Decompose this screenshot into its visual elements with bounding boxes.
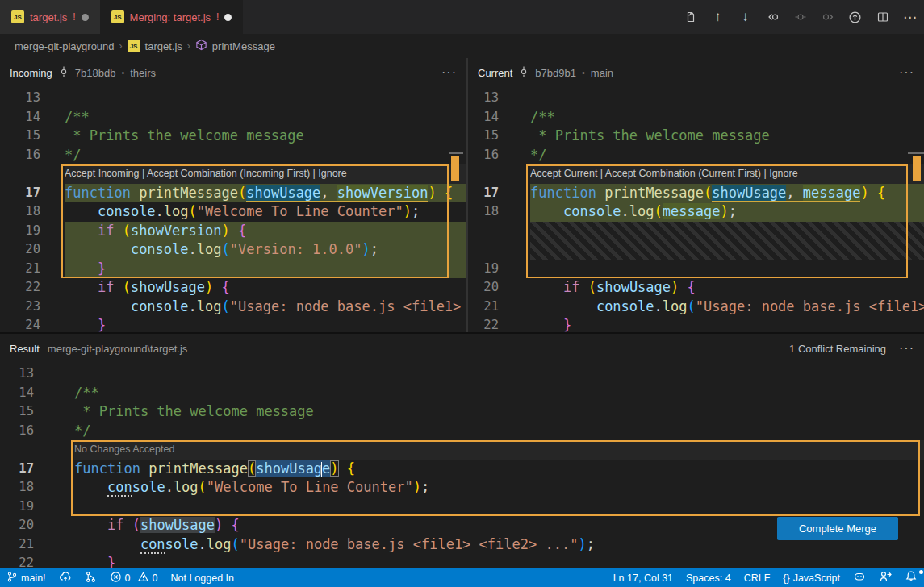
code-line[interactable]: 17function printMessage(showUsage, messa… bbox=[468, 184, 924, 203]
current-editor[interactable]: 1314/**15 * Prints the welcome message16… bbox=[468, 87, 924, 334]
publish-changes-button[interactable] bbox=[52, 568, 78, 587]
code-text: if (showVersion) { bbox=[65, 222, 466, 241]
conflict-action-links[interactable]: Accept Incoming | Accept Combination (In… bbox=[65, 164, 466, 184]
token: function bbox=[74, 460, 140, 477]
line-number: 20 bbox=[0, 516, 74, 535]
code-line[interactable]: 14/** bbox=[468, 108, 924, 127]
incoming-editor[interactable]: 1314/**15 * Prints the welcome message16… bbox=[0, 87, 466, 334]
layout-column-icon[interactable] bbox=[792, 10, 808, 25]
modified-dot-icon[interactable] bbox=[82, 14, 89, 21]
code-line[interactable]: 22 } bbox=[468, 316, 924, 334]
copilot-button[interactable] bbox=[847, 568, 872, 587]
line-number: 22 bbox=[0, 278, 65, 298]
conflict-actions-row[interactable]: Accept Current | Accept Combination (Cur… bbox=[468, 164, 924, 184]
code-line[interactable]: 23 console.log("Usage: node base.js <fil… bbox=[0, 298, 466, 317]
split-editor-icon[interactable] bbox=[875, 10, 890, 25]
token: console bbox=[131, 241, 189, 257]
breadcrumb-file[interactable]: target.js bbox=[145, 40, 182, 52]
layout-mixed-icon[interactable] bbox=[765, 10, 780, 25]
code-text: console.log("Welcome To Line Counter"); bbox=[65, 202, 466, 222]
code-line[interactable]: 15 * Prints the welcome message bbox=[0, 402, 924, 422]
code-line[interactable]: 21 } bbox=[0, 260, 466, 279]
notifications-button[interactable] bbox=[898, 568, 924, 587]
source-control-graph-button[interactable] bbox=[78, 568, 103, 587]
deleted-lines-hatch[interactable] bbox=[468, 222, 924, 260]
line-number: 13 bbox=[0, 89, 65, 108]
code-line[interactable]: 16*/ bbox=[468, 146, 924, 165]
more-actions-icon[interactable]: ··· bbox=[899, 65, 914, 80]
breadcrumb-symbol[interactable]: printMessage bbox=[212, 40, 275, 52]
go-to-base-icon[interactable] bbox=[847, 10, 863, 25]
code-line[interactable]: 15 * Prints the welcome message bbox=[468, 127, 924, 146]
layout-right-icon[interactable] bbox=[820, 10, 835, 25]
code-line[interactable]: 19 if (showVersion) { bbox=[0, 222, 466, 241]
code-line[interactable]: 18 console.log("Welcome To Line Counter"… bbox=[0, 478, 924, 497]
code-line[interactable]: 16*/ bbox=[0, 422, 924, 441]
complete-merge-button[interactable]: Complete Merge bbox=[777, 517, 898, 540]
line-number: 16 bbox=[0, 146, 65, 165]
code-line[interactable]: 13 bbox=[468, 89, 924, 108]
more-actions-icon[interactable]: ··· bbox=[441, 65, 457, 80]
open-file-icon[interactable] bbox=[683, 10, 698, 25]
more-actions-icon[interactable]: ··· bbox=[899, 341, 914, 356]
code-line[interactable]: 20 if (showUsage) { bbox=[468, 278, 924, 298]
feedback-button[interactable] bbox=[872, 568, 898, 587]
indentation-setting[interactable]: Spaces: 4 bbox=[679, 568, 738, 587]
editor-actions-toolbar: ↑ ↓ ⋯ bbox=[683, 0, 918, 34]
conflict-actions-row[interactable]: No Changes Accepted bbox=[0, 440, 924, 460]
copilot-icon bbox=[853, 570, 866, 585]
overview-ruler-viewport[interactable] bbox=[449, 152, 463, 154]
code-line[interactable]: 20 console.log("Version: 1.0.0"); bbox=[0, 240, 466, 260]
conflict-actions-row[interactable]: Accept Incoming | Accept Combination (In… bbox=[0, 164, 466, 184]
conflict-action-links[interactable]: Accept Current | Accept Combination (Cur… bbox=[530, 164, 924, 184]
code-line[interactable]: 17function printMessage(showUsage, showV… bbox=[0, 184, 466, 203]
token bbox=[65, 317, 98, 333]
code-line[interactable]: 15 * Prints the welcome message bbox=[0, 127, 466, 146]
incoming-pane-header: Incoming 7b18bdb • theirs ··· bbox=[0, 58, 466, 87]
token bbox=[65, 223, 98, 239]
prev-change-icon[interactable]: ↑ bbox=[710, 10, 725, 25]
conflict-ruler-marker[interactable] bbox=[451, 156, 459, 181]
token: con bbox=[140, 536, 165, 554]
code-line[interactable]: 14/** bbox=[0, 384, 924, 403]
code-line[interactable]: 21 console.log("Usage: node base.js <fil… bbox=[468, 298, 924, 317]
token: ( bbox=[688, 298, 696, 314]
token: ( bbox=[248, 460, 256, 477]
code-line[interactable]: 18 console.log(message); bbox=[468, 202, 924, 222]
token: log bbox=[197, 298, 222, 314]
code-line[interactable]: 19 bbox=[0, 497, 924, 517]
problems-indicator[interactable]: 0 0 bbox=[103, 568, 165, 587]
branch-indicator[interactable]: main! bbox=[0, 568, 52, 587]
code-line[interactable]: 19 bbox=[468, 260, 924, 279]
cursor-position[interactable]: Ln 17, Col 31 bbox=[607, 568, 679, 587]
code-line[interactable]: 24 } bbox=[0, 316, 466, 334]
more-actions-icon[interactable]: ⋯ bbox=[902, 10, 918, 25]
token: sole bbox=[132, 479, 165, 495]
login-status[interactable]: Not Logged In bbox=[164, 568, 240, 587]
pane-divider[interactable] bbox=[466, 58, 468, 334]
code-line[interactable]: 22 } bbox=[0, 554, 924, 568]
code-line[interactable]: 18 console.log("Welcome To Line Counter"… bbox=[0, 202, 466, 222]
code-line[interactable]: 22 if (showUsage) { bbox=[0, 278, 466, 298]
token: /** bbox=[74, 385, 99, 401]
breadcrumb-folder[interactable]: merge-git-playground bbox=[15, 40, 115, 52]
git-commit-icon bbox=[518, 66, 529, 80]
token bbox=[65, 260, 98, 277]
token: ; bbox=[412, 203, 420, 219]
code-line[interactable]: 13 bbox=[0, 89, 466, 108]
code-line[interactable]: 16*/ bbox=[0, 146, 466, 165]
code-line[interactable]: 14/** bbox=[0, 108, 466, 127]
tab-merging-target-js[interactable]: JS Merging: target.js ! bbox=[100, 0, 244, 34]
overview-ruler-viewport[interactable] bbox=[908, 152, 924, 154]
conflict-ruler-marker[interactable] bbox=[913, 156, 921, 181]
eol-setting[interactable]: CRLF bbox=[738, 568, 777, 587]
next-change-icon[interactable]: ↓ bbox=[738, 10, 753, 25]
code-line[interactable]: 17function printMessage(showUsage) { bbox=[0, 460, 924, 479]
code-line[interactable]: 13 bbox=[0, 364, 924, 384]
token: { bbox=[688, 279, 696, 295]
tab-target-js[interactable]: JS target.js ! bbox=[0, 0, 100, 34]
token: showUsag bbox=[256, 460, 322, 477]
language-mode[interactable]: {} JavaScript bbox=[776, 568, 847, 587]
modified-dot-icon[interactable] bbox=[224, 14, 232, 21]
token: if bbox=[98, 279, 114, 295]
